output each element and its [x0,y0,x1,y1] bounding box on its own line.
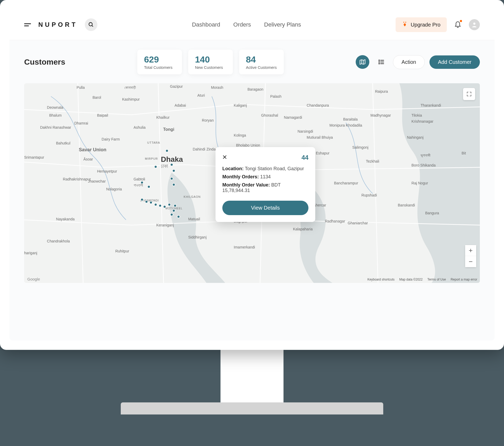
profile-avatar[interactable] [469,19,480,30]
svg-point-4 [473,23,475,25]
keyboard-shortcuts-link[interactable]: Keyboard shortcuts [368,278,395,281]
map-label-nahinganj: Nahinganj [407,135,423,139]
notifications-button[interactable] [454,20,461,29]
action-button[interactable]: Action [393,55,425,69]
popup-location-value: Tongi Station Road, Gazipur [245,166,304,171]
stat-label: Total Customers [144,65,175,70]
add-customer-button[interactable]: Add Customer [429,55,480,69]
customer-marker[interactable] [159,204,162,207]
map-label-asoar: Āsoar [83,157,93,161]
svg-point-11 [379,62,379,62]
map-icon [359,59,366,65]
customer-marker[interactable] [168,203,171,206]
popup-close-button[interactable] [222,155,227,161]
map-label-hemayetpur: Hemayetpur [97,169,117,173]
map-label-bancharampur: Bancharampur [334,181,358,185]
map-label-baragaon: Baragaon [248,87,264,91]
search-button[interactable] [85,18,97,31]
map-label-bit: Bit [462,151,466,155]
map-label-kaliganj: Kaliganj [234,103,247,107]
customer-marker[interactable] [163,205,166,208]
main-nav: Dashboard Orders Delivery Plans [192,21,301,28]
map-label-tharankandi: Tharankandi [421,103,441,107]
view-details-button[interactable]: View Details [222,201,308,215]
map-label-eshapur: Eshapur [316,151,329,155]
map-label-raipura: Raipura [375,89,388,94]
subheader: Customers 629 Total Customers 140 New Cu… [9,40,495,77]
stat-value: 140 [195,54,226,65]
customer-marker[interactable] [147,185,150,188]
map-label-narnagardi: Narnagardi [284,115,302,120]
map-label-banskandi: Banskandi [398,203,415,207]
stat-label: New Customers [195,65,226,70]
map-label-konabari: কোনাবাড়ী [124,85,136,90]
map-label-dahindi: Dahindi [193,147,205,151]
map-label-bahutkul: Bahutkul [56,141,70,145]
map-label-gabtoli: Gabtoli [134,177,145,181]
map-label-dakhni-ranashwar: Dakhni Ranashwar [40,125,71,129]
map-label-matuail: Matuail [188,217,200,221]
zoom-out-button[interactable]: − [465,256,476,267]
customer-marker[interactable] [140,181,144,184]
map-label-dhamrai: Dhamrai [74,121,88,125]
customer-marker[interactable] [172,169,175,172]
map-label-radhanagar: Radhanagar [325,219,345,223]
map-label-tongi: Tongi [163,127,174,132]
map-label-ghorashal: Ghorashal [261,113,278,117]
user-icon [471,22,477,28]
customer-marker[interactable] [170,163,173,166]
customer-marker[interactable] [154,165,157,168]
map-label-kalapaharia: Kalapaharia [293,227,313,231]
map-label-dairyfarm: Dairy Farm [102,137,120,141]
zoom-in-button[interactable]: + [465,245,476,256]
terms-link[interactable]: Terms of Use [427,278,446,281]
report-error-link[interactable]: Report a map error [451,278,477,281]
upgrade-pro-button[interactable]: Upgrade Pro [396,17,447,32]
map-label-siddhirganj: Siddhirganj [188,235,207,239]
customer-marker[interactable] [172,209,175,212]
popup-orders-label: Monthly Orders: [222,174,259,179]
popup-location-label: Location: [222,166,244,171]
view-toggle [356,55,388,69]
map-label-rupshadi: Rupshadi [361,193,377,197]
google-attribution: Google [27,277,40,281]
map-label-keraniganj: Keraniganj [156,223,174,227]
list-view-button[interactable] [375,55,388,69]
customer-marker[interactable] [140,198,144,201]
map-label-madhynagar: Madhynagar [370,113,391,117]
map-container: Dhaka ঢাকা Tongi Savar Union Gazipur UTT… [24,83,480,283]
map-label-bhalum: Bhalum [49,113,61,117]
svg-point-2 [403,22,404,23]
map-label-ashulia: Ashulia [134,125,146,129]
map-label-bholabo: Bholabo Union [236,143,260,147]
menu-toggle[interactable] [24,23,31,26]
customer-popup: 44 Location: Tongi Station Road, Gazipur… [216,147,315,222]
map-label-gazipur: Gazipur [170,84,183,89]
map-label-pulla: Pulla [77,85,85,90]
map-label-dhaka-bn: ঢাকা [161,163,168,169]
map-label-uttara: UTTARA [147,141,160,144]
map-view-button[interactable] [356,55,369,69]
customer-marker[interactable] [165,149,169,152]
popup-orders-row: Monthly Orders: 1134 [222,174,308,180]
topbar: NUPORT Dashboard Orders Delivery Plans U… [9,9,495,40]
map-label-dhaka: Dhaka [161,155,183,164]
fullscreen-button[interactable] [463,88,475,100]
list-icon [378,59,385,65]
customer-marker[interactable] [170,213,173,216]
nav-delivery-plans[interactable]: Delivery Plans [264,21,301,28]
customer-marker[interactable] [145,200,148,203]
map-label-srimantapur: Srimantapur [24,155,44,159]
customer-marker[interactable] [170,177,173,180]
popup-value-row: Monthly Order Value: BDT 15,78,944.31 [222,182,308,193]
customer-marker[interactable] [177,215,180,218]
map-label-chandanpura: Chandanpura [307,103,329,107]
map-label-kolinga: Kolinga [234,133,246,137]
map-label-nolagoria: Nolagoria [106,187,122,191]
customer-marker[interactable] [154,203,157,206]
nav-orders[interactable]: Orders [233,21,251,28]
map-canvas[interactable]: Dhaka ঢাকা Tongi Savar Union Gazipur UTT… [24,83,480,283]
nav-dashboard[interactable]: Dashboard [192,21,220,28]
zoom-controls: + − [465,245,476,267]
map-label-rajnogur: Raj Nogur [412,181,428,185]
